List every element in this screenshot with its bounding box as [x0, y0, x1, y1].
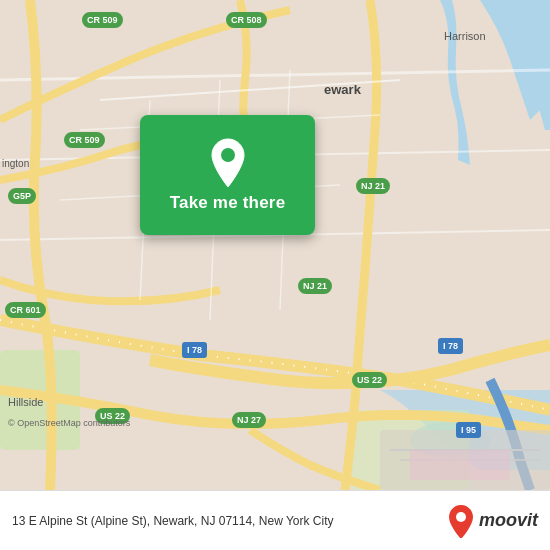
bottom-bar: 13 E Alpine St (Alpine St), Newark, NJ 0…: [0, 490, 550, 550]
pin-overlay: Take me there: [140, 115, 315, 235]
highway-label-i78-left: I 78: [182, 342, 207, 358]
take-me-there-label: Take me there: [170, 193, 286, 213]
moovit-pin-icon: [447, 504, 475, 538]
moovit-text: moovit: [479, 510, 538, 531]
map-container: CR 509 CR 508 CR 509 G5P NJ 21 NJ 21 CR …: [0, 0, 550, 490]
highway-label-us22-right: US 22: [352, 372, 387, 388]
openstreetmap-credit: © OpenStreetMap contributors: [8, 418, 130, 428]
highway-label-i95: I 95: [456, 422, 481, 438]
svg-rect-16: [410, 450, 510, 480]
highway-label-gsp: G5P: [8, 188, 36, 204]
highway-label-cr508: CR 508: [226, 12, 267, 28]
highway-label-cr509-top: CR 509: [82, 12, 123, 28]
highway-label-nj27: NJ 27: [232, 412, 266, 428]
svg-point-18: [456, 512, 466, 522]
take-me-there-button[interactable]: Take me there: [140, 115, 315, 235]
highway-label-cr601: CR 601: [5, 302, 46, 318]
moovit-logo: moovit: [447, 504, 538, 538]
place-label-harrison: Harrison: [444, 30, 486, 42]
place-label-hillside: Hillside: [8, 396, 43, 408]
place-label-newark: ewark: [324, 82, 361, 97]
highway-label-nj21-bot: NJ 21: [298, 278, 332, 294]
location-pin-icon: [206, 137, 250, 189]
svg-point-17: [221, 148, 235, 162]
highway-label-i78-right: I 78: [438, 338, 463, 354]
highway-label-nj21-top: NJ 21: [356, 178, 390, 194]
address-text: 13 E Alpine St (Alpine St), Newark, NJ 0…: [12, 514, 447, 528]
place-label-ington: ington: [2, 158, 29, 169]
highway-label-cr509-mid: CR 509: [64, 132, 105, 148]
